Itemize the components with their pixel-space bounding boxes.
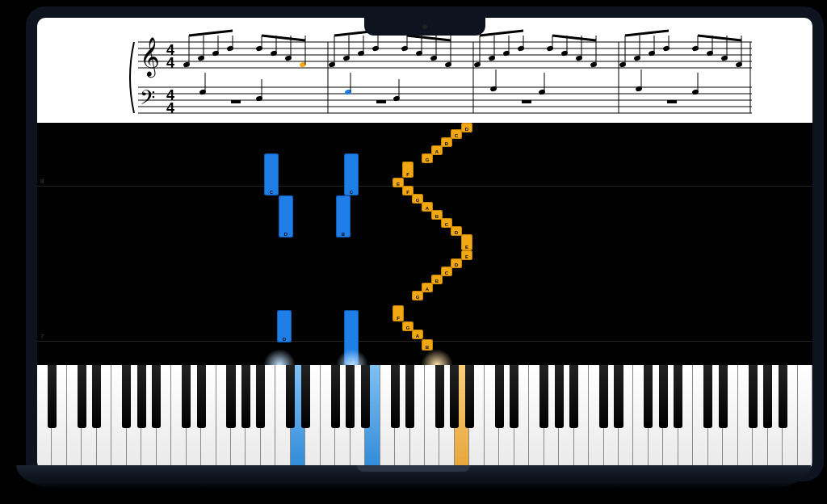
falling-note: D	[279, 195, 293, 237]
black-key[interactable]	[435, 365, 444, 428]
black-key[interactable]	[465, 365, 474, 428]
falling-note: B	[336, 195, 351, 237]
falling-note: C	[451, 129, 462, 139]
black-key[interactable]	[286, 365, 295, 428]
falling-note: C	[264, 153, 279, 195]
falling-note: B	[422, 339, 433, 351]
black-key[interactable]	[391, 365, 400, 428]
svg-rect-100	[522, 100, 531, 103]
falling-note: B	[441, 137, 452, 147]
screen: 𝄞 𝄢 4 4 4 4 87CDCBDCDCBAGFEFGABCDEEDCBAG…	[37, 18, 812, 470]
white-key[interactable]	[798, 365, 812, 470]
laptop-frame: 𝄞 𝄢 4 4 4 4 87CDCBDCDCBAGFEFGABCDEEDCBAG…	[26, 6, 824, 481]
falling-note: B	[431, 275, 443, 284]
camera-icon	[422, 24, 427, 29]
black-key[interactable]	[644, 365, 653, 428]
bass-clef-icon: 𝄢	[140, 86, 155, 113]
falling-note: F	[393, 305, 404, 321]
treble-clef-icon: 𝄞	[140, 37, 160, 78]
svg-rect-101	[667, 100, 677, 103]
svg-text:4: 4	[166, 55, 174, 71]
black-key[interactable]	[301, 365, 310, 428]
black-key[interactable]	[346, 365, 355, 428]
falling-note: G	[412, 291, 423, 300]
black-key[interactable]	[779, 365, 787, 428]
black-key[interactable]	[510, 365, 518, 428]
bar-line	[37, 186, 812, 187]
black-key[interactable]	[78, 365, 86, 428]
falling-note: C	[344, 310, 359, 365]
falling-note: E	[461, 250, 472, 260]
piano-keyboard[interactable]	[37, 365, 812, 470]
black-key[interactable]	[137, 365, 146, 428]
black-key[interactable]	[703, 365, 712, 428]
black-key[interactable]	[197, 365, 206, 428]
black-key[interactable]	[241, 365, 250, 428]
black-key[interactable]	[659, 365, 668, 428]
black-key[interactable]	[569, 365, 578, 428]
falling-note: D	[451, 258, 462, 268]
falling-note: A	[412, 330, 423, 339]
black-key[interactable]	[539, 365, 548, 428]
black-key[interactable]	[122, 365, 131, 428]
black-key[interactable]	[152, 365, 161, 428]
black-key[interactable]	[92, 365, 101, 428]
bar-number: 7	[40, 333, 44, 340]
falling-note: D	[277, 310, 292, 342]
black-key[interactable]	[749, 365, 758, 428]
falling-note: C	[344, 153, 359, 195]
falling-note: G	[422, 153, 433, 163]
black-key[interactable]	[361, 365, 370, 428]
black-key[interactable]	[495, 365, 504, 428]
bar-number: 8	[40, 178, 44, 185]
black-key[interactable]	[256, 365, 265, 428]
falling-note: C	[441, 267, 452, 276]
black-key[interactable]	[555, 365, 564, 428]
black-key[interactable]	[226, 365, 235, 428]
black-key[interactable]	[763, 365, 772, 428]
falling-note: E	[461, 234, 472, 250]
svg-rect-99	[376, 100, 386, 103]
black-key[interactable]	[405, 365, 414, 428]
svg-rect-98	[231, 100, 241, 103]
falling-note: A	[422, 283, 433, 292]
falling-note: F	[402, 162, 414, 178]
black-key[interactable]	[450, 365, 459, 428]
black-key[interactable]	[674, 365, 682, 428]
black-key[interactable]	[48, 365, 57, 428]
falling-note: A	[431, 145, 443, 155]
black-key[interactable]	[719, 365, 728, 428]
svg-text:4: 4	[166, 100, 174, 116]
display-notch	[364, 18, 485, 36]
falling-note: D	[461, 123, 472, 132]
laptop-base	[16, 465, 811, 489]
falling-note: D	[451, 226, 462, 236]
black-key[interactable]	[599, 365, 608, 428]
black-key[interactable]	[182, 365, 191, 428]
piano-roll[interactable]: 87CDCBDCDCBAGFEFGABCDEEDCBAGFGAB	[37, 123, 812, 365]
black-key[interactable]	[614, 365, 623, 428]
black-key[interactable]	[331, 365, 340, 428]
